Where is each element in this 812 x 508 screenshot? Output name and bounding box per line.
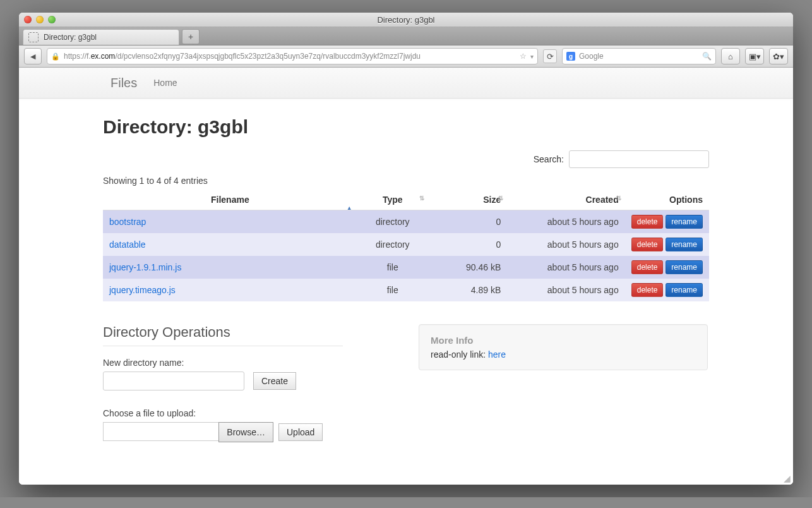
col-size[interactable]: Size — [428, 190, 507, 210]
file-size: 0 — [428, 210, 507, 234]
upload-label: Choose a file to upload: — [103, 408, 343, 418]
search-icon — [702, 52, 712, 61]
table-search-row: Search: — [103, 150, 709, 168]
file-type: file — [357, 256, 428, 279]
col-created-label: Created — [586, 195, 619, 205]
col-type[interactable]: Type — [357, 190, 428, 210]
resize-handle-icon[interactable]: ◢ — [19, 472, 793, 485]
delete-button[interactable]: delete — [631, 260, 664, 274]
app-navbar: Files Home — [19, 68, 793, 99]
more-info-heading: More Info — [431, 335, 696, 346]
col-filename[interactable]: Filename — [103, 190, 357, 210]
file-size: 4.89 kB — [428, 279, 507, 301]
url-text: https://f.ex.com/d/pcvlenso2xfqnyg73a4jx… — [64, 52, 516, 61]
search-engine-icon: g — [566, 52, 575, 61]
readonly-link[interactable]: here — [488, 349, 506, 360]
file-type: directory — [357, 233, 428, 256]
brand[interactable]: Files — [110, 76, 137, 90]
browser-window: Directory: g3gbl Directory: g3gbl + http… — [19, 13, 793, 485]
page-title: Directory: g3gbl — [103, 116, 709, 138]
table-row: jquery-1.9.1.min.jsfile90.46 kBabout 5 h… — [103, 256, 709, 279]
url-scheme: https://f. — [64, 52, 91, 61]
back-button[interactable] — [24, 48, 42, 64]
file-created: about 5 hours ago — [507, 233, 624, 256]
file-size: 90.46 kB — [428, 256, 507, 279]
home-button[interactable]: ⌂ — [721, 48, 740, 64]
file-created: about 5 hours ago — [507, 210, 624, 234]
page-content: Files Home Directory: g3gbl Search: Show… — [19, 68, 793, 472]
bookmarks-button[interactable]: ▣▾ — [745, 48, 764, 64]
browser-search-placeholder: Google — [579, 52, 698, 61]
upload-button[interactable]: Upload — [278, 423, 323, 441]
readonly-link-prefix: read-only link: — [431, 349, 488, 360]
table-row: bootstrapdirectory0about 5 hours agodele… — [103, 210, 709, 234]
lock-icon — [51, 52, 60, 61]
titlebar: Directory: g3gbl — [19, 13, 793, 27]
rename-button[interactable]: rename — [666, 283, 703, 297]
search-label: Search: — [534, 154, 564, 164]
create-button[interactable]: Create — [253, 372, 296, 390]
table-header-row: Filename Type Size Created Options — [103, 190, 709, 210]
url-path: /d/pcvlenso2xfqnyg73a4jxspsqjgbqflc5x23p… — [115, 52, 421, 61]
col-type-label: Type — [383, 195, 403, 205]
directory-operations: Directory Operations New directory name:… — [103, 324, 343, 442]
col-options-label: Options — [669, 195, 703, 205]
bookmark-star-icon[interactable] — [520, 52, 527, 61]
tab-favicon-icon — [28, 32, 39, 42]
rename-button[interactable]: rename — [666, 215, 703, 229]
col-size-label: Size — [483, 195, 501, 205]
close-window-icon[interactable] — [24, 16, 32, 23]
readonly-link-line: read-only link: here — [431, 349, 696, 360]
col-options: Options — [625, 190, 709, 210]
file-link[interactable]: jquery-1.9.1.min.js — [109, 262, 181, 272]
delete-button[interactable]: delete — [631, 215, 664, 229]
browser-tab[interactable]: Directory: g3gbl — [23, 29, 179, 45]
file-link[interactable]: jquery.timeago.js — [109, 285, 176, 295]
table-row: datatabledirectory0about 5 hours agodele… — [103, 233, 709, 256]
delete-button[interactable]: delete — [631, 283, 664, 297]
table-row: jquery.timeago.jsfile4.89 kBabout 5 hour… — [103, 279, 709, 301]
file-link[interactable]: datatable — [109, 239, 146, 250]
new-dir-label: New directory name: — [103, 358, 343, 368]
file-created: about 5 hours ago — [507, 256, 624, 279]
new-dir-input[interactable] — [103, 372, 244, 390]
tab-strip: Directory: g3gbl + — [19, 27, 793, 45]
file-created: about 5 hours ago — [507, 279, 624, 301]
file-type: directory — [357, 210, 428, 234]
file-input[interactable]: Browse… — [103, 422, 273, 442]
file-type: file — [357, 279, 428, 301]
file-table: Filename Type Size Created Options boots… — [103, 190, 709, 301]
window-title: Directory: g3gbl — [19, 15, 793, 25]
extension-button[interactable]: ✿▾ — [769, 48, 788, 64]
nav-home[interactable]: Home — [153, 78, 177, 88]
file-size: 0 — [428, 233, 507, 256]
url-dropdown-icon[interactable] — [530, 52, 534, 61]
search-input[interactable] — [569, 150, 709, 168]
traffic-lights — [24, 16, 56, 23]
browse-button[interactable]: Browse… — [218, 422, 273, 442]
col-created[interactable]: Created — [507, 190, 624, 210]
url-host: ex.com — [91, 52, 116, 61]
file-link[interactable]: bootstrap — [109, 217, 146, 227]
reload-button[interactable]: ⟳ — [543, 49, 557, 63]
toolbar: https://f.ex.com/d/pcvlenso2xfqnyg73a4jx… — [19, 45, 793, 68]
new-tab-button[interactable]: + — [182, 29, 200, 44]
url-bar[interactable]: https://f.ex.com/d/pcvlenso2xfqnyg73a4jx… — [47, 48, 538, 64]
file-path-display — [103, 422, 218, 441]
tab-title: Directory: g3gbl — [44, 33, 97, 42]
container: Directory: g3gbl Search: Showing 1 to 4 … — [103, 99, 709, 468]
minimize-window-icon[interactable] — [36, 16, 44, 23]
ops-heading: Directory Operations — [103, 324, 343, 346]
lower-panels: Directory Operations New directory name:… — [103, 324, 709, 442]
rename-button[interactable]: rename — [666, 238, 703, 251]
col-filename-label: Filename — [109, 195, 351, 205]
rename-button[interactable]: rename — [666, 260, 703, 274]
zoom-window-icon[interactable] — [48, 16, 56, 23]
delete-button[interactable]: delete — [631, 238, 664, 251]
more-info-panel: More Info read-only link: here — [419, 324, 708, 370]
browser-search-box[interactable]: g Google — [562, 48, 716, 64]
entries-info: Showing 1 to 4 of 4 entries — [103, 176, 709, 186]
